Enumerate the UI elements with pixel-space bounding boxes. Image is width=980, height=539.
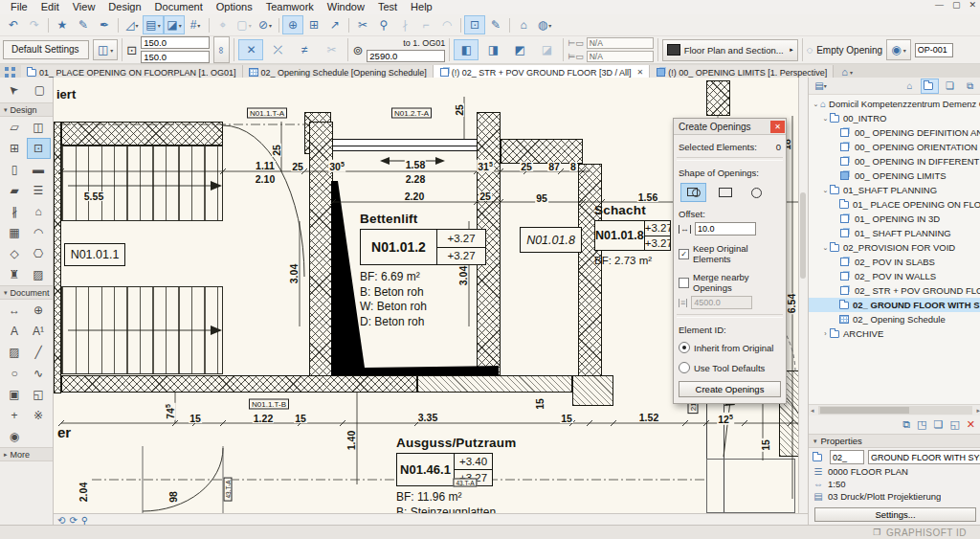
door-tool[interactable]: ◫ <box>27 117 51 138</box>
save-view-icon[interactable]: ⧉ <box>902 418 910 431</box>
morph-tool[interactable]: ◇ <box>3 243 27 264</box>
limit-top-field[interactable]: N/A <box>587 37 654 49</box>
virtual-trace-icon[interactable]: ◪ <box>164 15 185 34</box>
elevation-input[interactable] <box>367 50 445 62</box>
toolbox-section-more[interactable]: ▸More <box>0 447 53 461</box>
column-tool[interactable]: ▯ <box>3 159 27 180</box>
tree-item[interactable]: 00_ OPENING LIMITS <box>809 168 980 183</box>
quick-options-icon[interactable]: ⌂▾ <box>841 66 853 78</box>
wall-tool[interactable]: ▱ <box>3 117 27 138</box>
use-tool-defaults-radio[interactable] <box>679 362 690 373</box>
tree-item[interactable]: 00_ OPENING DEFINITION AND SHAPE <box>809 125 980 140</box>
tree-item[interactable]: ⌄00_INTRO <box>809 111 980 125</box>
tree-item[interactable]: 02_ STR + POV GROUND FLOOR <box>809 283 980 298</box>
dialog-title-bar[interactable]: Create Openings ✕ <box>674 119 786 135</box>
tree-item[interactable]: 02_ GROUND FLOOR WITH SYMBOLS <box>809 298 980 312</box>
cursor-snap-icon[interactable]: ⌖ <box>212 15 234 34</box>
limit-bottom-field[interactable]: N/A <box>587 51 654 62</box>
dimension-tool[interactable]: ↔ <box>3 300 27 321</box>
graphisoft-id-badge[interactable]: ❐ GRAPHISOFT ID <box>873 526 967 539</box>
roof-tool[interactable]: ⌂ <box>27 201 51 222</box>
line-tool[interactable]: ╱ <box>27 342 51 363</box>
window-tool[interactable]: ⊞ <box>3 138 27 159</box>
display-locked-icon[interactable]: ◪ <box>534 39 559 60</box>
expander-icon[interactable]: ⌄ <box>821 187 830 194</box>
figure-tool[interactable]: ▣ <box>3 384 27 405</box>
pick-up-parameters-icon[interactable]: ✎ <box>73 15 94 34</box>
view-back-icon[interactable]: ⟲ <box>57 515 65 526</box>
view-forward-icon[interactable]: ⟳ <box>69 515 77 526</box>
shell-tool[interactable]: ◠ <box>27 222 51 243</box>
properties-header[interactable]: ▾Properties <box>809 434 980 448</box>
favorites-icon[interactable]: ★ <box>52 15 73 34</box>
trim-icon[interactable]: ✂ <box>352 15 373 34</box>
view-id-input[interactable] <box>830 450 864 464</box>
navigator-horizontal-scrollbar[interactable]: ◂▸ <box>809 404 980 415</box>
marquee-mode-icon[interactable]: ▢ <box>234 15 255 34</box>
merge-nearby-checkbox[interactable] <box>679 278 689 288</box>
tab-overview-icon[interactable] <box>5 67 15 78</box>
placement-free-icon[interactable]: ✕ <box>238 39 263 60</box>
opening-height-input[interactable] <box>141 51 210 63</box>
layout-book-icon[interactable]: ❏ <box>941 79 959 94</box>
tree-item[interactable]: 00_ OPENING IN DIFFERENT ELEMENT TYPES <box>809 154 980 168</box>
publisher-icon[interactable]: ⧉ <box>961 79 979 94</box>
menu-test[interactable]: Test <box>371 0 404 14</box>
project-chooser-icon[interactable]: ▤▾ <box>812 79 830 94</box>
delete-view-icon[interactable]: ✕ <box>967 418 975 431</box>
opening-style-selector[interactable]: ◌ Empty Opening <box>807 44 882 56</box>
render-icon[interactable]: ◍ <box>534 15 555 34</box>
menu-edit[interactable]: Edit <box>34 0 66 14</box>
circle-tool[interactable]: ○ <box>3 363 27 384</box>
element-id-input[interactable] <box>915 43 953 57</box>
show-3d-icon[interactable]: ⌂ <box>513 15 534 34</box>
intersect-icon[interactable]: ⌐ <box>415 15 436 34</box>
dialog-close-icon[interactable]: ✕ <box>770 121 785 133</box>
tree-item[interactable]: 02_ Opening Schedule <box>809 312 980 326</box>
fill-tool[interactable]: ▨ <box>3 342 27 363</box>
import-view-icon[interactable]: ◳ <box>917 418 926 431</box>
minimize-icon[interactable]: — <box>935 0 944 10</box>
expander-icon[interactable]: › <box>821 330 830 337</box>
close-icon[interactable]: ✕ <box>969 0 976 10</box>
tree-item[interactable]: 01_ PLACE OPENING ON FLOORPLAN <box>809 197 980 212</box>
menu-design[interactable]: Design <box>101 0 147 14</box>
grid-snap-icon[interactable]: # <box>185 15 206 34</box>
text-tool[interactable]: A <box>3 321 27 342</box>
placement-locked-icon[interactable]: ✂ <box>319 39 344 60</box>
view-name-input[interactable] <box>868 450 980 464</box>
polyline-tool[interactable]: ∿ <box>27 363 51 384</box>
shape-boundary-button[interactable] <box>680 183 706 202</box>
menu-document[interactable]: Document <box>148 0 210 14</box>
adjust-icon[interactable]: ⚲ <box>373 15 394 34</box>
slab-tool[interactable]: ▰ <box>3 180 27 201</box>
placement-vertical-icon[interactable]: ⤫ <box>265 39 290 60</box>
link-size-button[interactable]: ∞ <box>213 36 230 63</box>
maximize-icon[interactable]: ▢ <box>952 0 961 10</box>
tree-item[interactable]: ›ARCHIVE <box>809 326 980 341</box>
menu-options[interactable]: Options <box>210 0 259 14</box>
shape-rectangle-button[interactable] <box>712 183 738 202</box>
default-settings-selector[interactable]: Default Settings <box>3 40 89 59</box>
expander-icon[interactable]: ⌄ <box>812 101 820 108</box>
stair-tool[interactable]: ☰ <box>27 180 51 201</box>
beam-tool[interactable]: ▬ <box>27 159 51 180</box>
display-cut-icon[interactable]: ◧ <box>454 39 479 60</box>
marquee-tool[interactable]: ▢ <box>28 79 52 101</box>
display-overhead-icon[interactable]: ◩ <box>507 39 532 60</box>
tab-close-icon[interactable]: ✕ <box>637 68 644 77</box>
tree-item[interactable]: ⌄01_SHAFT PLANNING <box>809 183 980 197</box>
split-icon[interactable]: ∤ <box>394 15 415 34</box>
offset-input[interactable] <box>695 222 756 236</box>
suspend-groups-icon[interactable]: ⊘ <box>255 15 276 34</box>
undo-icon[interactable]: ↶ <box>3 15 24 34</box>
level-dimension-tool[interactable]: ⊕ <box>27 300 51 321</box>
object-tool[interactable]: ♜ <box>3 264 27 285</box>
display-outline-icon[interactable]: ◨ <box>480 39 505 60</box>
tree-item[interactable]: ⌄02_PROVISION FOR VOID <box>809 240 980 255</box>
menu-window[interactable]: Window <box>321 0 371 14</box>
curtain-wall-tool[interactable]: ▦ <box>3 222 27 243</box>
keep-original-checkbox[interactable]: ✓ <box>679 249 689 259</box>
menu-help[interactable]: Help <box>404 0 439 14</box>
fillet-icon[interactable]: ◠ <box>436 15 457 34</box>
